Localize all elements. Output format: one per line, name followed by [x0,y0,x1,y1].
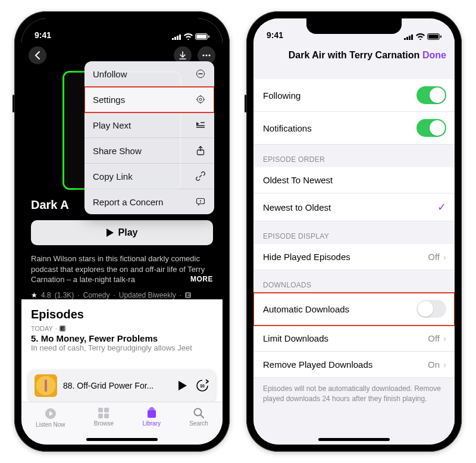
tab-search[interactable]: Search [189,407,208,427]
menu-settings[interactable]: Settings [84,87,214,112]
svg-rect-1 [174,37,176,40]
screen-right: 9:41 Dark Air with Terry Carnation Done … [253,18,455,445]
category: Comedy [83,291,110,299]
tab-listen-now[interactable]: Listen Now [36,407,65,428]
svg-point-12 [198,96,204,103]
share-icon [195,145,206,156]
svg-rect-33 [150,408,154,409]
schedule: Updated Biweekly [119,291,176,299]
group-downloads: DOWNLOADS [253,270,455,293]
row-notifications[interactable]: Notifications [253,112,455,145]
downloads-footer-note: Episodes will not be automatically downl… [253,378,455,422]
svg-rect-32 [149,409,155,410]
notch [306,18,402,34]
download-icon [178,51,187,60]
explicit-badge: E [185,292,191,298]
row-following[interactable]: Following [253,79,455,112]
group-episode-display: EPISODE DISPLAY [253,221,455,244]
menu-copy-link[interactable]: Copy Link [84,164,214,189]
rating-count: (1.3K) [55,291,74,299]
svg-rect-5 [196,35,206,39]
menu-play-next[interactable]: Play Next [84,112,214,138]
more-button-text[interactable]: MORE [190,274,213,284]
row-automatic-downloads[interactable]: Automatic Downloads [253,293,455,326]
chevron-right-icon: › [443,359,446,370]
svg-rect-30 [104,414,109,418]
star-icon: ★ [31,291,37,299]
show-description: Rainn Wilson stars in this fictional dar… [31,254,213,285]
episodes-header: Episodes [21,299,223,325]
play-next-icon [195,120,206,130]
svg-rect-38 [409,36,411,40]
library-icon [146,407,158,419]
menu-share-show[interactable]: Share Show [84,138,214,164]
svg-rect-42 [440,36,441,38]
settings-list[interactable]: Following Notifications EPISODE ORDER Ol… [253,68,455,445]
play-icon[interactable] [178,381,187,390]
phone-right: 9:41 Dark Air with Terry Carnation Done … [246,11,462,452]
episode-date: TODAY · E [21,325,223,332]
back-button[interactable] [29,46,46,64]
report-icon [195,196,206,207]
ellipsis-icon [202,54,211,57]
menu-report[interactable]: Report a Concern [84,189,214,214]
signal-icon [404,34,414,40]
svg-rect-41 [428,35,439,39]
toggle-automatic-downloads[interactable] [416,300,446,318]
home-indicator[interactable] [318,438,390,441]
status-icons [404,33,441,40]
now-playing-artwork [35,374,57,397]
chevron-right-icon: › [443,333,446,343]
svg-point-8 [205,54,207,56]
row-oldest-newest[interactable]: Oldest To Newest [253,167,455,193]
svg-rect-6 [208,36,209,38]
wifi-icon [184,33,193,40]
wifi-icon [416,33,425,40]
toggle-notifications[interactable] [416,119,446,137]
tab-browse[interactable]: Browse [94,407,114,427]
play-circle-icon [44,407,57,420]
nav-bar: Dark Air with Terry Carnation Done [253,42,455,68]
svg-rect-37 [406,37,408,40]
svg-rect-39 [411,35,413,40]
row-hide-played[interactable]: Hide Played Episodes Off› [253,244,455,270]
svg-point-9 [208,54,210,56]
svg-rect-28 [104,408,109,412]
battery-icon [195,33,209,40]
play-button[interactable]: Play [31,220,213,245]
svg-rect-36 [404,38,406,40]
menu-unfollow[interactable]: Unfollow [84,61,214,87]
row-newest-oldest[interactable]: Newest to Oldest ✓ [253,193,455,221]
minus-circle-icon [195,68,206,79]
episodes-section: Episodes TODAY · E 5. Mo Money, Fewer Pr… [21,299,223,358]
done-button[interactable]: Done [422,50,446,61]
chevron-left-icon [35,51,40,60]
svg-text:30: 30 [200,384,205,388]
search-icon [193,407,205,419]
group-episode-order: EPISODE ORDER [253,145,455,167]
now-playing-bar[interactable]: 88. Off-Grid Power For... 30 [29,370,215,402]
screen-left: 9:41 Dark A [21,18,223,445]
gear-icon [195,94,206,105]
nav-title: Dark Air with Terry Carnation [289,50,420,61]
link-icon [195,171,206,182]
row-limit-downloads[interactable]: Limit Downloads Off› [253,326,455,352]
svg-rect-29 [98,414,103,418]
skip-forward-30-icon[interactable]: 30 [195,378,209,393]
phone-left: 9:41 Dark A [14,11,230,452]
play-icon [107,229,114,237]
episode-title[interactable]: 5. Mo Money, Fewer Problems [21,332,223,343]
row-remove-played-downloads[interactable]: Remove Played Downloads On› [253,352,455,378]
svg-point-13 [199,98,202,101]
toggle-following[interactable] [416,86,446,104]
episode-description: In need of cash, Terry begrudgingly allo… [21,343,223,358]
status-time: 9:41 [35,30,51,40]
battery-icon [427,33,441,40]
tab-library[interactable]: Library [142,407,161,427]
chevron-right-icon: › [443,252,446,262]
svg-point-7 [202,54,204,56]
home-indicator[interactable] [86,438,158,441]
svg-rect-31 [148,410,156,418]
notch [74,18,170,34]
svg-rect-27 [98,408,103,412]
